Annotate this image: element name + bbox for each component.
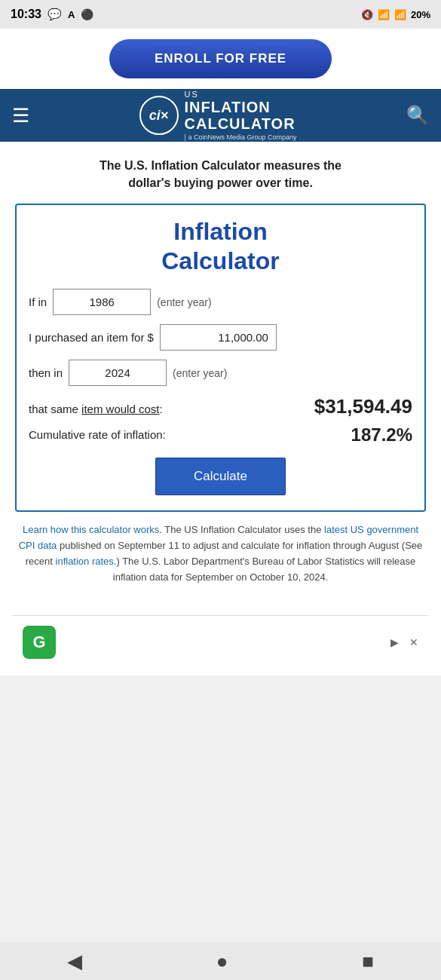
calculator-description: Learn how this calculator works. The US … <box>12 522 429 585</box>
purchased-label: I purchased an item for $ <box>29 331 154 344</box>
ad-icon: G <box>23 626 56 659</box>
item-would-cost-label: item would cost <box>81 403 159 415</box>
battery-level: 20% <box>411 9 430 20</box>
amount-input[interactable] <box>160 324 277 351</box>
hamburger-icon[interactable]: ☰ <box>12 106 29 125</box>
if-in-row: If in (enter year) <box>29 289 412 315</box>
tagline-line1: The U.S. Inflation Calculator measures t… <box>100 159 341 172</box>
calc-title-line2: Calculator <box>161 247 279 274</box>
ad-close-icon[interactable]: ✕ <box>409 636 418 648</box>
status-right: 🔇 📶 📶 20% <box>361 9 430 20</box>
result-row: that same item would cost: $31,594.49 <box>29 395 412 418</box>
result-value: $31,594.49 <box>314 395 412 418</box>
if-in-label: If in <box>29 296 47 308</box>
messenger-icon: 💬 <box>47 8 62 21</box>
then-in-hint: (enter year) <box>173 367 227 379</box>
font-icon: A <box>68 9 75 20</box>
ad-controls: ▶ ✕ <box>390 636 418 648</box>
logo-text-area: US INFLATION CALCULATOR | a CoinNews Med… <box>185 90 297 141</box>
that-same-label: that same <box>29 403 78 415</box>
search-icon[interactable]: 🔍 <box>406 105 429 126</box>
cumulative-value: 187.2% <box>351 424 412 446</box>
logo-calculator-text: CALCULATOR <box>185 115 297 132</box>
then-in-row: then in (enter year) <box>29 360 412 386</box>
result-label: that same item would cost: <box>29 401 308 418</box>
status-time: 10:33 <box>11 8 41 21</box>
logo-circle: ci× <box>139 96 179 135</box>
calculator-title: Inflation Calculator <box>29 217 412 275</box>
desc-text1: . The US Inflation Calculator uses the <box>159 524 324 535</box>
if-in-hint: (enter year) <box>157 296 211 308</box>
calculator-box: Inflation Calculator If in (enter year) … <box>15 204 426 512</box>
learn-how-link[interactable]: Learn how this calculator works <box>23 524 159 535</box>
calculate-btn-row: Calculate <box>29 458 412 495</box>
logo-area: ci× US INFLATION CALCULATOR | a CoinNews… <box>139 90 297 141</box>
calculate-button[interactable]: Calculate <box>155 458 286 495</box>
logo-ci-text: ci× <box>149 108 169 124</box>
end-year-input[interactable] <box>69 360 167 386</box>
purchased-row: I purchased an item for $ <box>29 324 412 351</box>
status-bar: 10:33 💬 A ⚫ 🔇 📶 📶 20% <box>0 0 441 29</box>
logo-us: US <box>185 90 297 99</box>
ad-arrow-icon[interactable]: ▶ <box>390 636 399 648</box>
enroll-banner: ENROLL FOR FREE <box>0 29 441 89</box>
status-left: 10:33 💬 A ⚫ <box>11 8 93 21</box>
nav-bar: ☰ ci× US INFLATION CALCULATOR | a CoinNe… <box>0 89 441 142</box>
back-button[interactable]: ◀ <box>67 951 82 971</box>
ad-area: G ▶ ✕ <box>12 615 429 668</box>
home-button[interactable]: ● <box>216 951 228 971</box>
inflation-rates-link[interactable]: inflation rates <box>56 556 114 567</box>
cumulative-label: Cumulative rate of inflation: <box>29 427 345 444</box>
mute-icon: 🔇 <box>361 9 373 20</box>
signal-icon: 📶 <box>394 9 406 20</box>
tagline-line2: dollar's buying power over time. <box>128 176 313 189</box>
wifi-icon: 📶 <box>378 9 390 20</box>
cumulative-row: Cumulative rate of inflation: 187.2% <box>29 424 412 446</box>
tagline: The U.S. Inflation Calculator measures t… <box>12 157 429 191</box>
main-content: The U.S. Inflation Calculator measures t… <box>0 142 441 675</box>
recent-apps-button[interactable]: ■ <box>362 951 374 971</box>
calc-title-line1: Inflation <box>173 218 267 245</box>
then-in-label: then in <box>29 366 63 379</box>
desc-text3: .) The U.S. Labor Department's Bureau of… <box>113 556 415 583</box>
logo-sub: | a CoinNews Media Group Company <box>185 133 297 141</box>
enroll-button[interactable]: ENROLL FOR FREE <box>109 39 332 78</box>
circle-icon: ⚫ <box>81 8 93 20</box>
bottom-nav: ◀ ● ■ <box>0 942 441 980</box>
logo-inflation: INFLATION <box>185 99 297 115</box>
start-year-input[interactable] <box>53 289 151 315</box>
